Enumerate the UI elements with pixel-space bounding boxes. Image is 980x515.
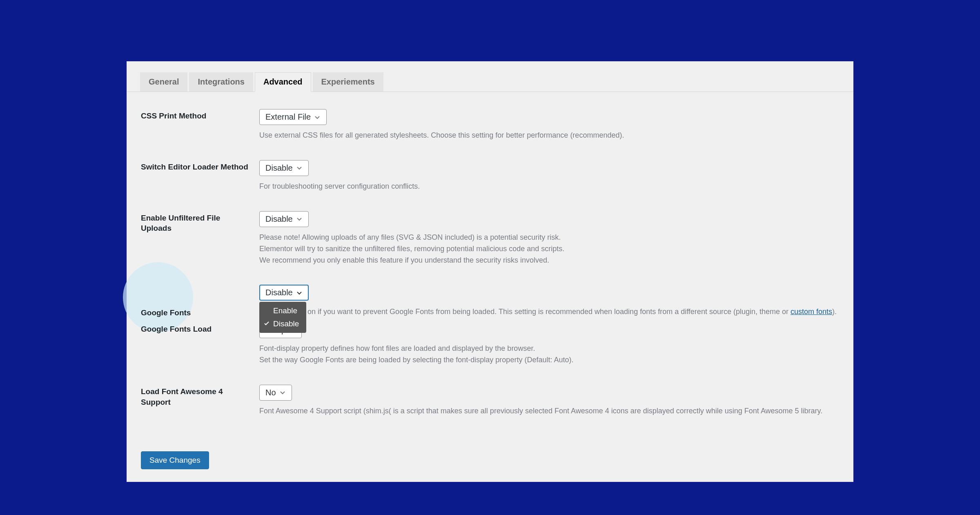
tab-bar: General Integrations Advanced Experiemen…	[127, 62, 853, 92]
select-value: Disable	[265, 214, 293, 224]
chevron-down-icon	[296, 165, 303, 171]
select-css-print-method[interactable]: External File	[259, 109, 327, 125]
option-enable[interactable]: Enable	[259, 304, 306, 317]
select-fa4-support[interactable]: No	[259, 385, 292, 401]
option-disable[interactable]: Disable	[259, 317, 306, 330]
desc-google-fonts-load: Font-display property defines how font f…	[259, 343, 839, 366]
select-google-fonts[interactable]: Disable	[259, 285, 309, 301]
desc-google-fonts: on if you want to prevent Google Fonts f…	[307, 306, 839, 318]
row-css-print-method: CSS Print Method External File Use exter…	[141, 109, 839, 141]
chevron-down-icon	[296, 290, 303, 296]
desc-css-print-method: Use external CSS files for all generated…	[259, 130, 839, 141]
chevron-down-icon	[296, 216, 303, 222]
settings-form: CSS Print Method External File Use exter…	[127, 92, 853, 417]
label-fa4-support: Load Font Awesome 4 Support	[141, 385, 251, 407]
save-changes-button[interactable]: Save Changes	[141, 451, 209, 469]
desc-unfiltered-uploads: Please note! Allowing uploads of any fil…	[259, 232, 839, 266]
chevron-down-icon	[279, 389, 286, 396]
select-value: Disable	[265, 288, 293, 297]
settings-panel: General Integrations Advanced Experiemen…	[127, 61, 853, 482]
label-unfiltered-uploads: Enable Unfiltered File Uploads	[141, 211, 251, 234]
row-google-fonts-load: Google Fonts Load Swap Font-display prop…	[141, 322, 839, 366]
select-unfiltered-uploads[interactable]: Disable	[259, 211, 309, 227]
row-google-fonts: Google Fonts Disable Enable Disable	[141, 285, 839, 318]
chevron-down-icon	[314, 114, 321, 120]
row-unfiltered-uploads: Enable Unfiltered File Uploads Disable P…	[141, 211, 839, 266]
select-value: No	[265, 388, 276, 397]
link-custom-fonts[interactable]: custom fonts	[791, 308, 832, 316]
check-icon	[263, 320, 270, 329]
row-fa4-support: Load Font Awesome 4 Support No Font Awes…	[141, 385, 839, 417]
tab-advanced[interactable]: Advanced	[255, 72, 311, 92]
label-css-print-method: CSS Print Method	[141, 109, 251, 121]
label-google-fonts-load: Google Fonts Load	[141, 322, 251, 334]
tab-integrations[interactable]: Integrations	[189, 72, 253, 91]
row-switch-editor: Switch Editor Loader Method Disable For …	[141, 160, 839, 192]
label-google-fonts: Google Fonts	[141, 285, 251, 318]
select-value: External File	[265, 112, 311, 122]
tab-general[interactable]: General	[140, 72, 187, 91]
dropdown-google-fonts: Enable Disable	[259, 302, 306, 333]
select-switch-editor[interactable]: Disable	[259, 160, 309, 176]
select-value: Disable	[265, 163, 293, 173]
tab-experiments[interactable]: Experiements	[313, 72, 383, 91]
label-switch-editor: Switch Editor Loader Method	[141, 160, 251, 172]
desc-switch-editor: For troubleshooting server configuration…	[259, 181, 839, 192]
desc-fa4-support: Font Awesome 4 Support script (shim.js( …	[259, 406, 839, 417]
